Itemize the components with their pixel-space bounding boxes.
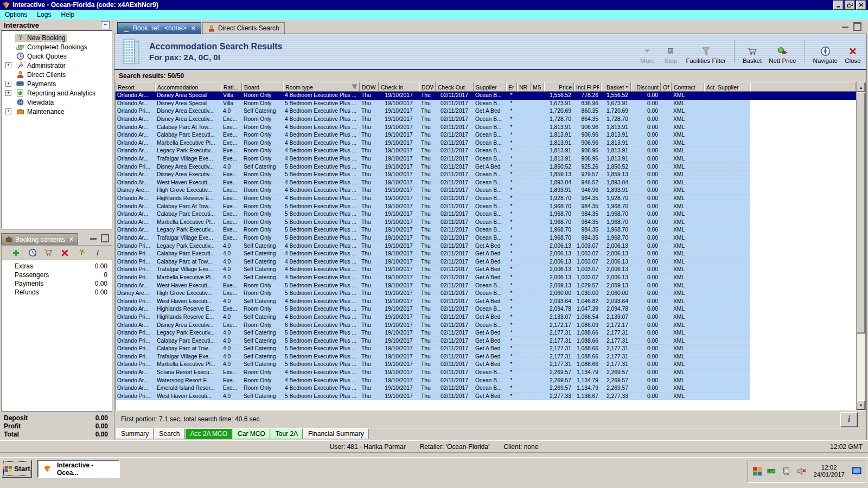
column-header-price[interactable]: Price [544,82,574,92]
panel-maximize-icon[interactable] [101,234,109,242]
table-row[interactable]: Disney Are...High Grove Executiv...Exe..… [116,290,856,298]
table-row[interactable]: Orlando Pri...Marbella Executive Pl...4.… [116,361,856,369]
table-row[interactable]: Orlando Pri...Calabay Parc Executi...4.0… [116,337,856,345]
info-icon[interactable]: i [93,248,102,258]
menu-item-help[interactable]: Help [56,10,79,20]
table-row[interactable]: Orlando Ar...Legacy Park Executiv...Exe.… [116,147,856,155]
table-row[interactable]: Orlando Ar...Highlands Reserve E...Exe..… [116,195,856,203]
column-header-check-out[interactable]: Check Out [436,82,474,92]
booking-contents-row[interactable]: Refunds0.00 [2,288,112,297]
to-basket-icon[interactable] [44,248,53,258]
add-icon[interactable] [11,248,21,258]
sidebar-item-new-booking[interactable]: +New Booking [2,33,112,42]
menu-item-logs[interactable]: Logs [32,10,56,20]
column-header-er[interactable]: Er [506,82,517,92]
column-header-check-in[interactable]: Check In [379,82,419,92]
table-row[interactable]: Orlando Ar...Trafalgar Village Exe...Exe… [116,234,856,242]
info-button[interactable]: i [840,412,858,427]
delete-icon[interactable] [60,248,69,258]
tab-booking-ref[interactable]: Book. ref.: <none> ✕ [117,22,201,34]
bottom-tab-search[interactable]: Search [154,428,184,439]
booking-contents-close-icon[interactable]: ✕ [69,236,74,243]
table-row[interactable]: Orlando Ar...Trafalgar Village Exe...Exe… [116,155,856,163]
table-row[interactable]: Orlando Ar...West Haven Executi...Exe...… [116,281,856,290]
bottom-tab-tour-2a[interactable]: Tour 2A [271,428,303,439]
bottom-tab-acc-2a-mco[interactable]: Acc 2A MCO [185,428,232,439]
column-header-basket[interactable]: Basket▼ [601,82,631,92]
table-row[interactable]: Orlando Ar...Disney Area Executiv...Exe.… [116,171,856,179]
sidebar-item-viewdata[interactable]: +Viewdata [2,98,112,107]
column-header-accommodation[interactable]: Accommodation [155,82,221,92]
restore-button[interactable] [845,1,855,10]
start-button[interactable]: Start [2,460,32,478]
sidebar-item-completed-bookings[interactable]: +Completed Bookings [2,42,112,52]
column-header-of[interactable]: Of [661,82,672,92]
scroll-up-button[interactable]: ▲ [857,82,865,92]
muted-speaker-icon[interactable] [796,466,806,476]
column-header-discount[interactable]: Discount [631,82,661,92]
booking-contents-row[interactable]: Passengers0 [2,271,112,279]
table-row[interactable]: Orlando Pri...Calabay Parc at Tow...4.0S… [116,258,856,266]
table-row[interactable]: Orlando Ar...Disney Area Executiv...Exe.… [116,115,856,124]
network-icon[interactable] [767,466,777,476]
navigate-button[interactable]: Navigate [813,39,838,64]
column-header-resort[interactable]: Resort [116,82,155,92]
panel-minimize-icon[interactable] [90,238,97,240]
table-row[interactable]: Orlando Ar...Disney Area SpecialVillaRoo… [116,100,856,108]
quick-quote-icon[interactable] [28,248,37,258]
table-row[interactable]: Orlando Pri...Marbella Executive Pl...4.… [116,274,856,282]
table-row[interactable]: Orlando Pri...Calabay Parc at Tow...4.0S… [116,345,856,353]
table-row[interactable]: Orlando Ar...Watersong Resort E...Exe...… [116,376,856,384]
table-row[interactable]: Orlando Ar...Disney Area Executiv...Exe.… [116,321,856,329]
scrollbar-track[interactable] [857,92,865,400]
panel-minimize-icon[interactable] [842,27,848,28]
column-header-room-type[interactable]: Room type [283,82,360,92]
column-header-board[interactable]: Board [242,82,283,92]
close-button[interactable]: Close [845,39,861,64]
table-row[interactable]: Orlando Pri...Trafalgar Village Exe...4.… [116,353,856,361]
close-window-button[interactable] [856,1,866,10]
booking-contents-row[interactable]: Extras0.00 [2,262,112,271]
table-row[interactable]: Orlando Ar...Highlands Reserve E...Exe..… [116,305,856,313]
sidebar-item-reporting-and-analytics[interactable]: +Reporting and Analytics [2,88,112,98]
menu-item-options[interactable]: Options [0,10,32,20]
column-header-act-supplier[interactable]: Act. Supplier [704,82,750,92]
sidebar-item-administrator[interactable]: +Administrator [2,61,112,70]
display-icon[interactable] [852,466,861,476]
usb-device-icon[interactable] [782,466,792,476]
table-row[interactable]: Orlando Pri...Disney Area Executiv...4.0… [116,107,856,115]
table-row[interactable]: Orlando Ar...Calabay Parc Executi...Exe.… [116,131,856,139]
tab-close-icon[interactable]: ✕ [191,25,196,32]
panel-maximize-icon[interactable] [853,22,861,31]
basket-button[interactable]: Basket [743,39,762,64]
table-row[interactable]: Orlando Ar...Marbella Executive Pl...Exe… [116,139,856,147]
sort-indicator-icon[interactable]: ▼ [625,85,629,89]
tree-expander[interactable]: + [5,90,11,96]
column-header-rati[interactable]: Rati... [221,82,242,92]
minimize-button[interactable] [833,1,844,10]
scroll-down-button[interactable]: ▼ [857,400,865,410]
filter-funnel-icon[interactable] [352,84,358,91]
column-header-nr[interactable]: NR [517,82,531,92]
table-row[interactable]: Orlando Ar...West Haven Executi...Exe...… [116,179,856,187]
nett-price-button[interactable]: Nett Price [769,39,796,64]
table-row[interactable]: Orlando Pri...Legacy Park Executiv...4.0… [116,242,856,250]
table-row[interactable]: Orlando Pri...West Haven Executi...4.0Se… [116,297,856,305]
facilities-filter-button[interactable]: Facilities Filter [686,39,725,64]
table-row[interactable]: Orlando Ar...Solana Resort Execu...Exe..… [116,369,856,377]
table-row[interactable]: Orlando Ar...Calabay Parc At Tow...Exe..… [116,202,856,210]
table-row[interactable]: Orlando Pri...Highlands Reserve E...4.0S… [116,313,856,322]
sidebar-collapse-button[interactable]: – [101,21,110,29]
taskbar-task-button[interactable]: Interactive - Ocea... [37,460,120,478]
column-header-contract[interactable]: Contract [672,82,704,92]
column-header-dow[interactable]: DOW [419,82,436,92]
column-header-incl-fl-pp[interactable]: Incl.Fl.PP [574,82,601,92]
sidebar-item-maintenance[interactable]: +Maintenance [2,107,112,116]
table-row[interactable]: Orlando Ar...Calabay Parc At Tow...Exe..… [116,123,856,131]
table-row[interactable]: Orlando Ar...Calabay Parc Executi...Exe.… [116,210,856,219]
tree-expander[interactable]: + [5,62,11,68]
table-row[interactable]: Orlando Ar...Legacy Park Executiv...Exe.… [116,226,856,234]
tree-expander[interactable]: + [5,108,11,114]
table-row[interactable]: Orlando Pri...Disney Area Executiv...4.0… [116,163,856,171]
bottom-tab-financial-summary[interactable]: Financial Summary [303,428,369,439]
